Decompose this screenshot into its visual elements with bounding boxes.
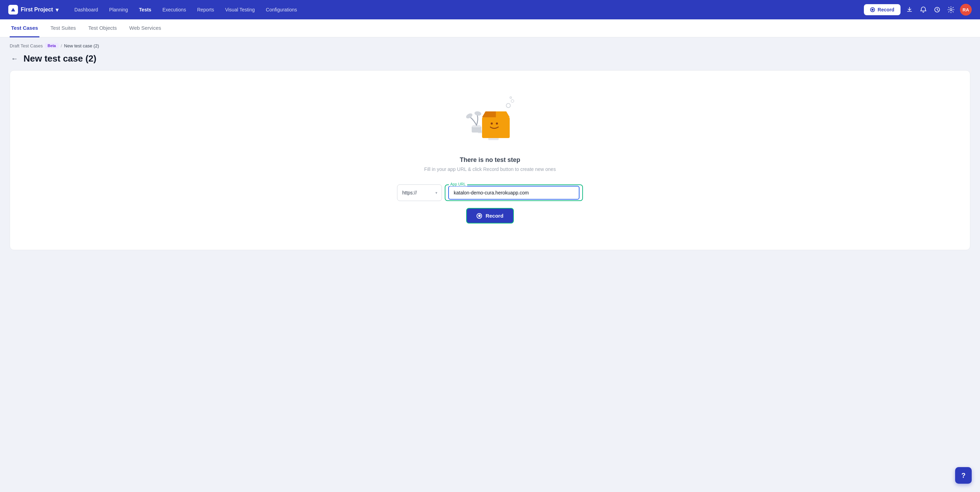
brand[interactable]: First Project ▾ [8,5,59,14]
nav-configurations[interactable]: Configurations [261,5,302,14]
svg-point-1 [950,9,952,11]
nav-dashboard[interactable]: Dashboard [70,5,103,14]
empty-title: There is no test step [460,157,520,164]
empty-subtitle: Fill in your app URL & click Record butt… [424,166,556,172]
download-icon[interactable] [905,5,914,14]
beta-badge: Beta [45,43,59,48]
nav-tests[interactable]: Tests [134,5,156,14]
record-action-button[interactable]: Record [466,208,514,224]
sub-nav: Test Cases Test Suites Test Objects Web … [0,19,980,37]
app-url-container: App URL [445,184,583,201]
page-title-area: ← New test case (2) [0,51,980,70]
record-action-label: Record [485,213,503,219]
tab-test-objects[interactable]: Test Objects [87,19,118,37]
record-action-dot-inner [478,214,480,217]
tab-web-services[interactable]: Web Services [128,19,162,37]
content-card: There is no test step Fill in your app U… [10,70,970,250]
tab-test-suites[interactable]: Test Suites [49,19,77,37]
tab-test-cases[interactable]: Test Cases [10,19,40,37]
nav-reports[interactable]: Reports [192,5,219,14]
record-dot-inner [872,9,873,11]
breadcrumb: Draft Test Cases Beta / New test case (2… [0,37,980,51]
avatar[interactable]: RA [960,4,972,16]
brand-name: First Project [21,6,53,13]
svg-point-6 [496,123,498,125]
main-content: There is no test step Fill in your app U… [0,70,980,264]
illustration-svg [457,93,523,146]
svg-point-12 [511,100,514,102]
record-icon [870,7,875,12]
page-title: New test case (2) [24,53,96,64]
back-button[interactable]: ← [10,53,19,64]
empty-illustration [455,91,525,147]
top-nav: First Project ▾ Dashboard Planning Tests… [0,0,980,19]
nav-links: Dashboard Planning Tests Executions Repo… [70,5,864,14]
app-url-label: App URL [449,182,467,186]
record-label: Record [878,7,894,13]
brand-chevron: ▾ [56,6,59,13]
svg-point-5 [491,123,493,125]
help-button[interactable]: ? [955,467,972,484]
svg-rect-4 [482,117,510,138]
app-url-input[interactable] [448,186,579,200]
url-input-row: https:// http:// ▾ App URL [397,184,583,201]
breadcrumb-current: New test case (2) [64,43,99,48]
nav-visual-testing[interactable]: Visual Testing [220,5,259,14]
brand-icon [10,6,16,13]
record-button-nav[interactable]: Record [864,4,900,15]
svg-point-10 [474,111,482,116]
nav-actions: Record RA [864,4,972,16]
breadcrumb-parent[interactable]: Draft Test Cases [10,43,43,48]
svg-point-11 [506,104,511,108]
notification-icon[interactable] [918,5,928,14]
brand-logo [8,5,18,14]
protocol-selector[interactable]: https:// http:// ▾ [397,184,442,201]
help-icon: ? [961,471,966,479]
nav-planning[interactable]: Planning [104,5,133,14]
breadcrumb-separator: / [61,43,62,48]
history-icon[interactable] [932,5,942,14]
back-arrow-icon: ← [11,55,18,62]
record-action-icon [477,213,482,219]
nav-executions[interactable]: Executions [158,5,191,14]
settings-icon[interactable] [946,5,956,14]
svg-point-13 [510,96,512,98]
protocol-select[interactable]: https:// http:// [402,186,437,200]
